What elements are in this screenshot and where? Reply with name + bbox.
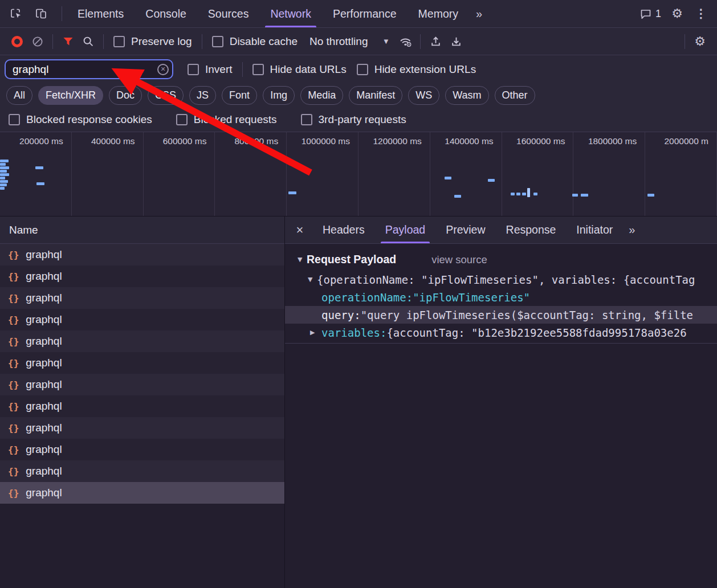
divider	[103, 34, 104, 49]
detail-tab-headers[interactable]: Headers	[312, 217, 375, 243]
filter-chip-manifest[interactable]: Manifest	[349, 86, 402, 105]
expand-triangle-icon[interactable]: ▶	[310, 329, 319, 336]
payload-row-operationname[interactable]: operationName: "ipFlowTimeseries"	[285, 288, 717, 306]
checkbox-label: Preserve log	[131, 35, 192, 48]
filter-chip-js[interactable]: JS	[189, 86, 216, 105]
chevron-down-icon: ▼	[384, 38, 388, 44]
settings-button[interactable]: ⚙	[667, 3, 687, 24]
network-settings-button[interactable]: ⚙	[690, 31, 710, 52]
device-toolbar-button[interactable]	[31, 3, 51, 24]
filter-chip-img[interactable]: Img	[263, 86, 295, 105]
request-row[interactable]: {}graphql	[0, 439, 284, 460]
waterfall-mark	[511, 193, 515, 195]
detail-tab-payload[interactable]: Payload	[375, 217, 435, 243]
request-row[interactable]: {}graphql	[0, 352, 284, 374]
timeline-label: 200000 ms	[19, 136, 63, 146]
close-detail-button[interactable]: ×	[287, 217, 312, 243]
request-name: graphql	[26, 422, 62, 434]
request-row[interactable]: {}graphql	[0, 330, 284, 352]
filter-chip-other[interactable]: Other	[495, 86, 535, 105]
collapse-triangle-icon[interactable]: ▼	[298, 256, 307, 263]
name-column-header[interactable]: Name	[0, 217, 284, 244]
disable-cache-checkbox[interactable]: Disable cache	[207, 35, 303, 48]
more-options-button[interactable]: ⋮	[691, 3, 711, 24]
preserve-log-checkbox[interactable]: Preserve log	[108, 35, 197, 48]
request-row[interactable]: {}graphql	[0, 374, 284, 395]
tab-console[interactable]: Console	[135, 0, 197, 27]
checkbox-box[interactable]	[252, 64, 264, 75]
request-row[interactable]: {}graphql	[0, 482, 284, 504]
detail-tab-preview[interactable]: Preview	[435, 217, 495, 243]
filter-chip-media[interactable]: Media	[300, 86, 343, 105]
requests-panel: Name {}graphql{}graphql{}graphql{}graphq…	[0, 217, 285, 588]
3rd-party-requests-checkbox[interactable]: 3rd-party requests	[296, 113, 412, 126]
hide-extension-urls-checkbox[interactable]: Hide extension URLs	[352, 63, 481, 76]
tab-sources[interactable]: Sources	[197, 0, 260, 27]
funnel-icon	[63, 36, 74, 47]
search-button[interactable]	[78, 31, 99, 52]
collapse-triangle-icon[interactable]: ▼	[308, 276, 317, 283]
filter-chip-wasm[interactable]: Wasm	[445, 86, 488, 105]
request-name: graphql	[26, 313, 62, 326]
payload-row-query[interactable]: query: "query ipFlowTimeseries($accountT…	[285, 306, 717, 324]
hide-data-urls-checkbox[interactable]: Hide data URLs	[247, 63, 352, 76]
checkbox-box[interactable]	[113, 36, 125, 47]
json-braces-icon: {}	[8, 444, 19, 455]
checkbox-label: Hide extension URLs	[374, 63, 476, 76]
filter-chip-fetch-xhr[interactable]: Fetch/XHR	[38, 86, 103, 105]
tab-network[interactable]: Network	[259, 0, 322, 27]
checkbox-box[interactable]	[9, 114, 20, 125]
request-row[interactable]: {}graphql	[0, 266, 284, 287]
more-detail-tabs-button[interactable]: »	[623, 217, 641, 243]
gear-icon: ⚙	[694, 35, 706, 48]
waterfall-mark	[488, 179, 495, 182]
filter-chip-all[interactable]: All	[6, 86, 32, 105]
view-source-link[interactable]: view source	[431, 254, 487, 266]
invert-checkbox[interactable]: Invert	[182, 63, 238, 76]
divider	[420, 34, 421, 49]
filter-chip-css[interactable]: CSS	[148, 86, 184, 105]
console-messages-button[interactable]: 1	[638, 3, 663, 24]
tab-performance[interactable]: Performance	[322, 0, 408, 27]
network-filter-input[interactable]	[5, 59, 173, 79]
waterfall-overview[interactable]: 200000 ms400000 ms600000 ms800000 ms1000…	[0, 132, 717, 217]
request-row[interactable]: {}graphql	[0, 395, 284, 417]
blocked-requests-checkbox[interactable]: Blocked requests	[171, 113, 282, 126]
inspect-element-button[interactable]	[6, 3, 26, 24]
request-payload-section-header[interactable]: ▼ Request Payload view source	[285, 251, 717, 271]
payload-summary-row[interactable]: ▼ {operationName: "ipFlowTimeseries", va…	[285, 271, 717, 288]
throttling-select[interactable]: No throttling ▼	[303, 35, 395, 48]
payload-row-variables[interactable]: ▶variables: {accountTag: "b12e3b2192ee55…	[285, 324, 717, 341]
clear-filter-icon[interactable]: ✕	[157, 64, 169, 75]
checkbox-box[interactable]	[188, 64, 199, 75]
import-har-button[interactable]	[425, 31, 446, 52]
request-row[interactable]: {}graphql	[0, 309, 284, 330]
json-braces-icon: {}	[8, 336, 19, 347]
divider	[685, 34, 685, 49]
checkbox-box[interactable]	[212, 36, 223, 47]
request-row[interactable]: {}graphql	[0, 417, 284, 439]
tab-memory[interactable]: Memory	[408, 0, 469, 27]
more-panels-button[interactable]: »	[469, 0, 489, 27]
detail-tab-response[interactable]: Response	[496, 217, 567, 243]
filter-chip-ws[interactable]: WS	[408, 86, 439, 105]
request-row[interactable]: {}graphql	[0, 287, 284, 309]
request-row[interactable]: {}graphql	[0, 244, 284, 266]
checkbox-box[interactable]	[301, 114, 312, 125]
checkbox-box[interactable]	[176, 114, 188, 125]
checkbox-box[interactable]	[357, 64, 368, 75]
blocked-response-cookies-checkbox[interactable]: Blocked response cookies	[3, 113, 157, 126]
waterfall-mark	[445, 177, 451, 179]
record-network-log-button[interactable]	[7, 31, 27, 52]
request-row[interactable]: {}graphql	[0, 460, 284, 482]
tab-elements[interactable]: Elements	[67, 0, 135, 27]
filter-chip-doc[interactable]: Doc	[109, 86, 142, 105]
waterfall-mark	[527, 188, 530, 197]
filter-toggle-button[interactable]	[58, 31, 78, 52]
export-har-button[interactable]	[446, 31, 466, 52]
detail-tab-initiator[interactable]: Initiator	[566, 217, 623, 243]
waterfall-mark	[454, 195, 461, 198]
network-conditions-button[interactable]	[395, 31, 415, 52]
clear-network-log-button[interactable]	[27, 31, 48, 52]
filter-chip-font[interactable]: Font	[222, 86, 257, 105]
